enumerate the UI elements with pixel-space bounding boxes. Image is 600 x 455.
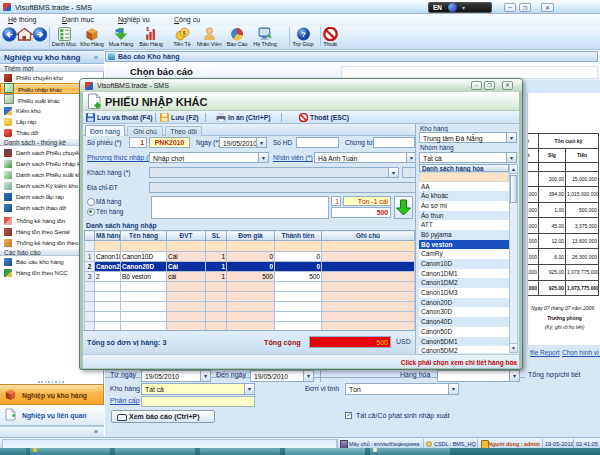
svg-text:$: $ (146, 27, 149, 32)
svg-text:?: ? (300, 30, 305, 39)
svg-text:$: $ (182, 30, 185, 36)
